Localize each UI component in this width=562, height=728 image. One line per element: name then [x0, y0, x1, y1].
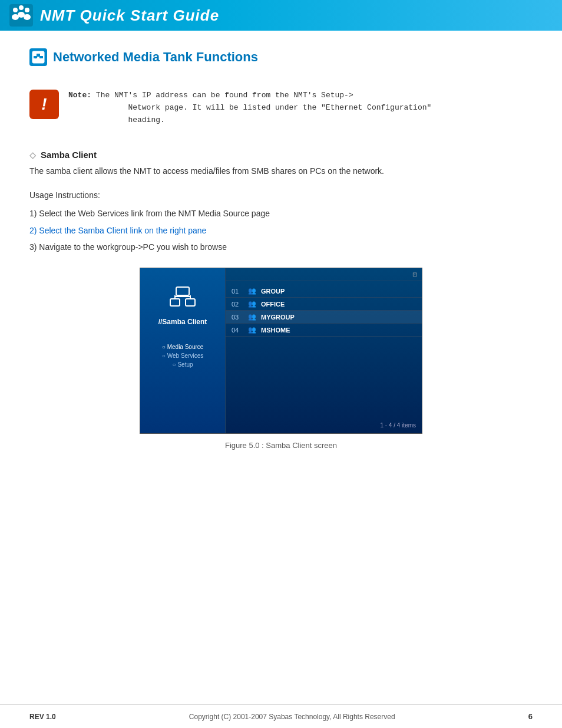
note-text: Note: The NMT's IP address can be found … — [68, 90, 431, 126]
samba-body: The samba client allows the NMT to acces… — [29, 164, 533, 179]
menu-item-web-services: ○ Web Services — [162, 353, 204, 359]
samba-icon-wrap — [167, 286, 198, 313]
samba-section: ◇ Samba Client The samba client allows t… — [29, 150, 533, 179]
note-label: Note: — [68, 91, 91, 100]
usage-section: Usage Instructions: 1) Select the Web Se… — [29, 190, 533, 253]
header-logo-icon — [9, 4, 33, 27]
item-count: 1 - 4 / 4 items — [380, 422, 416, 429]
note-icon: ! — [29, 90, 59, 119]
menu-items: ○ Media Source ○ Web Services ○ Setup — [162, 344, 204, 368]
web-services-dot: ○ — [162, 353, 166, 359]
usage-step-3: 3) Navigate to the workgroup->PC you wis… — [29, 241, 533, 253]
list-name-3: MYGROUP — [261, 314, 295, 321]
svg-rect-15 — [186, 299, 195, 306]
usage-step-1: 1) Select the Web Services link from the… — [29, 207, 533, 220]
screenshot-inner: //Samba Client ○ Media Source ○ Web Serv… — [140, 268, 422, 433]
footer-copyright: Copyright (C) 2001-2007 Syabas Technolog… — [189, 713, 395, 721]
screenshot-wrapper: //Samba Client ○ Media Source ○ Web Serv… — [29, 268, 533, 450]
screenshot: //Samba Client ○ Media Source ○ Web Serv… — [140, 268, 422, 434]
svg-rect-10 — [37, 54, 40, 56]
section-heading: Networked Media Tank Functions — [29, 48, 533, 66]
list-name-1: GROUP — [261, 288, 285, 295]
samba-title: ◇ Samba Client — [29, 150, 533, 160]
page-content: Networked Media Tank Functions ! Note: T… — [0, 31, 562, 485]
list-num-4: 04 — [232, 327, 243, 334]
svg-rect-14 — [170, 299, 180, 306]
list-row-2: 02 👥 OFFICE — [226, 298, 422, 311]
media-source-dot: ○ — [162, 344, 166, 350]
top-bar-icon: ⊡ — [412, 271, 417, 278]
menu-item-setup: ○ Setup — [172, 361, 193, 368]
media-source-label: Media Source — [167, 344, 204, 350]
svg-point-1 — [13, 8, 18, 12]
list-row: 01 👥 GROUP — [226, 285, 422, 298]
group-icon-3: 👥 — [248, 313, 256, 321]
list-name-2: OFFICE — [261, 301, 285, 308]
usage-title: Usage Instructions: — [29, 190, 533, 200]
list-num-3: 03 — [232, 314, 243, 321]
list-name-4: MSHOME — [261, 327, 290, 334]
section-icon — [29, 48, 47, 66]
top-bar: ⊡ — [226, 268, 422, 281]
figure-caption: Figure 5.0 : Samba Client screen — [225, 441, 337, 450]
note-box: ! Note: The NMT's IP address can be foun… — [29, 84, 533, 132]
footer-rev: REV 1.0 — [29, 713, 56, 721]
diamond-icon: ◇ — [29, 150, 36, 160]
left-panel: //Samba Client ○ Media Source ○ Web Serv… — [140, 268, 226, 433]
list-row-4: 04 👥 MSHOME — [226, 324, 422, 337]
list-num-2: 02 — [232, 301, 243, 308]
note-content: The NMT's IP address can be found from t… — [68, 91, 431, 124]
page-footer: REV 1.0 Copyright (C) 2001-2007 Syabas T… — [0, 704, 562, 728]
usage-step-2: 2) Select the Samba Client link on the r… — [29, 224, 533, 237]
list-num-1: 01 — [232, 288, 243, 295]
group-icon-4: 👥 — [248, 326, 256, 334]
svg-rect-13 — [176, 287, 189, 295]
setup-label: Setup — [177, 361, 193, 368]
page-header: NMT Quick Start Guide — [0, 0, 562, 31]
svg-point-3 — [25, 8, 29, 12]
setup-dot: ○ — [172, 361, 176, 368]
header-title: NMT Quick Start Guide — [40, 6, 219, 25]
list-row-3: 03 👥 MYGROUP — [226, 311, 422, 324]
menu-item-media-source: ○ Media Source — [162, 344, 204, 350]
section-title: Networked Media Tank Functions — [53, 50, 258, 65]
svg-point-2 — [19, 5, 24, 10]
group-icon-2: 👥 — [248, 300, 256, 308]
group-icon-1: 👥 — [248, 287, 256, 295]
usage-steps: 1) Select the Web Services link from the… — [29, 207, 533, 253]
right-panel: ⊡ 01 👥 GROUP 02 👥 OFFICE — [226, 268, 422, 433]
svg-point-6 — [24, 14, 31, 20]
list-items: 01 👥 GROUP 02 👥 OFFICE 03 👥 MYGRO — [226, 281, 422, 340]
samba-screen-label: //Samba Client — [158, 318, 207, 326]
web-services-label: Web Services — [167, 353, 204, 359]
footer-page: 6 — [528, 712, 533, 721]
